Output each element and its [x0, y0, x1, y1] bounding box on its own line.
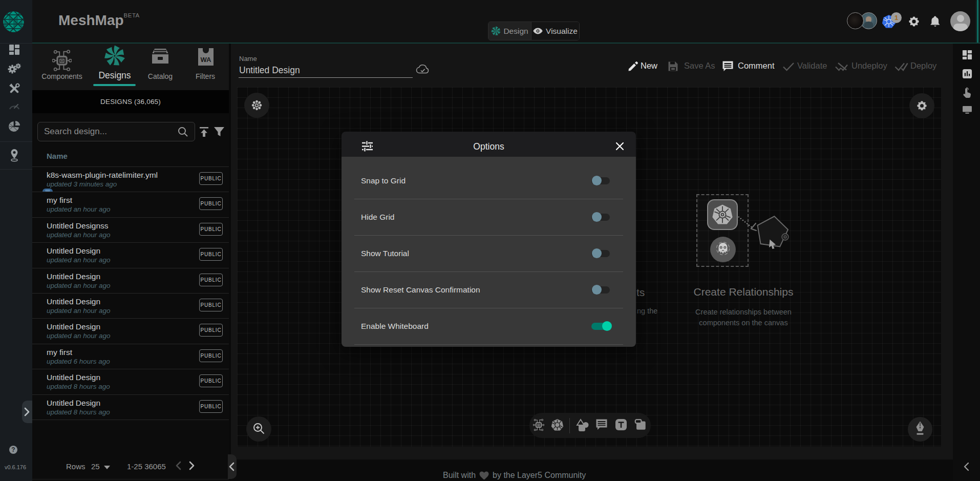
svg-text:WA: WA — [201, 56, 212, 64]
